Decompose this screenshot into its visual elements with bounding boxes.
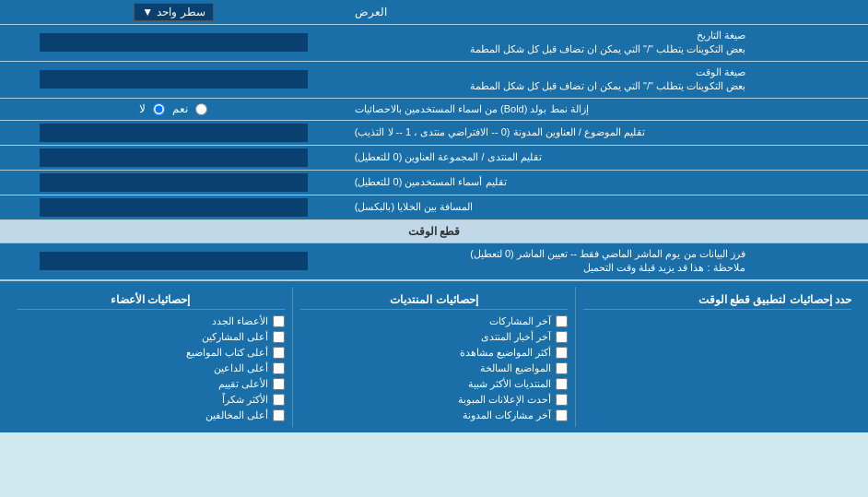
stat-top-sharers-label: أعلى المشاركين <box>202 331 268 343</box>
stat-similar-forums-label: المنتديات الأكثر شبية <box>468 378 551 390</box>
topic-truncate-input[interactable]: 33 <box>40 124 309 142</box>
stat-new-members-checkbox[interactable] <box>273 315 285 327</box>
stat-top-subscribers: أعلى المخالفين <box>17 408 285 423</box>
forum-truncate-label: تقليم المنتدى / المجموعة العناوين (0 للت… <box>347 146 868 170</box>
time-format-label-title: صيغة الوقت بعض التكوينات يتطلب "/" التي … <box>470 65 745 94</box>
post-stats-col: إحصائيات المنتديات آخر المشاركات آخر أخب… <box>292 287 577 427</box>
bold-remove-radio-container: نعم لا <box>0 99 347 120</box>
stat-old-topics: المواضيع السالخة <box>300 361 569 376</box>
time-format-input[interactable]: H:i <box>40 70 309 89</box>
cutoff-days-row: فرز البيانات من يوم الماشر الماضي فقط --… <box>0 243 868 280</box>
date-format-label: صيغة التاريخ بعض التكوينات يتطلب "/" الت… <box>347 25 868 61</box>
topic-truncate-input-container: 33 <box>0 121 347 145</box>
stat-top-subscribers-checkbox[interactable] <box>273 409 285 421</box>
stat-most-viewed-checkbox[interactable] <box>556 347 568 359</box>
stat-top-sharers-checkbox[interactable] <box>273 331 285 343</box>
stats-grid: حدد إحصائيات لتطبيق قطع الوقت إحصائيات ا… <box>9 287 859 427</box>
username-truncate-input-container: 0 <box>0 171 347 195</box>
stat-most-thanked: الأكثر شكراً <box>17 392 285 408</box>
stat-top-donors-label: أعلى الداعين <box>214 362 268 374</box>
stat-last-posts: آخر المشاركات <box>300 314 569 329</box>
forum-truncate-input[interactable]: 33 <box>40 148 309 167</box>
forum-truncate-row: تقليم المنتدى / المجموعة العناوين (0 للت… <box>0 146 868 171</box>
username-truncate-input[interactable]: 0 <box>40 173 309 192</box>
stats-section-title: حدد إحصائيات لتطبيق قطع الوقت <box>583 290 851 310</box>
display-mode-value: سطر واحد <box>157 6 205 18</box>
forum-truncate-input-container: 33 <box>0 146 347 170</box>
stat-top-blog-writers: أعلى كتاب المواضيع <box>17 345 285 361</box>
bold-remove-no-radio[interactable] <box>153 103 165 115</box>
display-mode-row: العرض سطر واحد ▼ <box>0 0 868 25</box>
display-mode-input[interactable]: سطر واحد ▼ <box>0 0 347 24</box>
stat-new-members: الأعضاء الجدد <box>17 314 285 329</box>
stat-old-topics-label: المواضيع السالخة <box>480 362 551 374</box>
dropdown-arrow-icon: ▼ <box>142 6 153 18</box>
stat-recent-ads-checkbox[interactable] <box>556 394 568 406</box>
stat-last-posts-checkbox[interactable] <box>556 315 568 327</box>
stat-top-rated-checkbox[interactable] <box>273 378 285 390</box>
stat-most-thanked-label: الأكثر شكراً <box>222 394 268 406</box>
stat-top-donors: أعلى الداعين <box>17 361 285 376</box>
cell-spacing-input-container: 2 <box>0 195 347 219</box>
topic-truncate-label: تقليم الموضوع / العناوين المدونة (0 -- ا… <box>347 121 868 145</box>
stat-similar-forums-checkbox[interactable] <box>556 378 568 390</box>
stat-most-viewed: أكثر المواضيع مشاهدة <box>300 345 569 361</box>
stat-top-donors-checkbox[interactable] <box>273 362 285 374</box>
stat-last-posts-label: آخر المشاركات <box>489 315 551 327</box>
main-container: العرض سطر واحد ▼ صيغة التاريخ بعض التكوي… <box>0 0 868 432</box>
date-format-label-title: صيغة التاريخ بعض التكوينات يتطلب "/" الت… <box>470 29 745 57</box>
stat-top-blog-writers-checkbox[interactable] <box>273 347 285 359</box>
bold-remove-row: إزالة نمط بولد (Bold) من اسماء المستخدمي… <box>0 99 868 121</box>
cutoff-days-input[interactable]: 0 <box>40 252 309 270</box>
stats-section: حدد إحصائيات لتطبيق قطع الوقت إحصائيات ا… <box>0 280 868 432</box>
post-stats-title: إحصائيات المنتديات <box>300 290 569 310</box>
time-format-input-container: H:i <box>0 62 347 98</box>
stat-top-rated: الأعلى تقييم <box>17 376 285 392</box>
stat-new-members-label: الأعضاء الجدد <box>212 315 268 327</box>
stat-similar-forums: المنتديات الأكثر شبية <box>300 376 569 392</box>
cutoff-section-header: قطع الوقت <box>0 220 868 243</box>
stats-right-col: حدد إحصائيات لتطبيق قطع الوقت <box>576 287 859 427</box>
topic-truncate-row: تقليم الموضوع / العناوين المدونة (0 -- ا… <box>0 121 868 146</box>
stat-top-blog-writers-label: أعلى كتاب المواضيع <box>186 347 268 359</box>
bold-remove-yes-radio[interactable] <box>195 103 207 115</box>
stat-old-topics-checkbox[interactable] <box>556 362 568 374</box>
stat-recent-ads: أحدث الإعلانات المبوبة <box>300 392 569 408</box>
stat-top-sharers: أعلى المشاركين <box>17 329 285 345</box>
time-format-row: صيغة الوقت بعض التكوينات يتطلب "/" التي … <box>0 62 868 99</box>
display-mode-dropdown[interactable]: سطر واحد ▼ <box>134 3 213 21</box>
bold-remove-no-label: لا <box>139 102 146 115</box>
stat-last-forum-news-label: آخر أخبار المنتدى <box>481 331 551 343</box>
time-format-label: صيغة الوقت بعض التكوينات يتطلب "/" التي … <box>347 62 868 98</box>
bold-remove-label: إزالة نمط بولد (Bold) من اسماء المستخدمي… <box>347 99 868 120</box>
cutoff-days-input-container: 0 <box>0 243 347 279</box>
display-mode-label: العرض <box>347 0 868 24</box>
cell-spacing-input[interactable]: 2 <box>40 198 309 217</box>
cell-spacing-label: المسافة بين الخلايا (بالبكسل) <box>347 195 868 219</box>
stat-recent-ads-label: أحدث الإعلانات المبوبة <box>458 394 551 406</box>
cutoff-section-title: قطع الوقت <box>408 225 460 238</box>
cutoff-days-label-text: فرز البيانات من يوم الماشر الماضي فقط --… <box>470 247 745 276</box>
stat-most-thanked-checkbox[interactable] <box>273 394 285 406</box>
stat-last-blog-participations-checkbox[interactable] <box>556 409 568 421</box>
date-format-input-container: d-m <box>0 25 347 61</box>
member-stats-title: إحصائيات الأعضاء <box>17 290 285 310</box>
cell-spacing-row: المسافة بين الخلايا (بالبكسل) 2 <box>0 195 868 220</box>
username-truncate-row: تقليم أسماء المستخدمين (0 للتعطيل) 0 <box>0 171 868 195</box>
username-truncate-label: تقليم أسماء المستخدمين (0 للتعطيل) <box>347 171 868 195</box>
stat-last-blog-participations-label: آخر مشاركات المدونة <box>463 409 551 421</box>
member-stats-col: إحصائيات الأعضاء الأعضاء الجدد أعلى المش… <box>9 287 292 427</box>
stat-last-forum-news: آخر أخبار المنتدى <box>300 329 569 345</box>
stat-last-forum-news-checkbox[interactable] <box>556 331 568 343</box>
bold-remove-radio-group: نعم لا <box>139 102 207 115</box>
date-format-row: صيغة التاريخ بعض التكوينات يتطلب "/" الت… <box>0 25 868 62</box>
stat-most-viewed-label: أكثر المواضيع مشاهدة <box>460 347 551 359</box>
stat-top-subscribers-label: أعلى المخالفين <box>205 409 268 421</box>
stat-top-rated-label: الأعلى تقييم <box>218 378 268 390</box>
cutoff-days-label: فرز البيانات من يوم الماشر الماضي فقط --… <box>347 243 868 279</box>
bold-remove-yes-label: نعم <box>172 102 188 115</box>
stat-last-blog-participations: آخر مشاركات المدونة <box>300 408 569 423</box>
date-format-input[interactable]: d-m <box>40 33 309 52</box>
